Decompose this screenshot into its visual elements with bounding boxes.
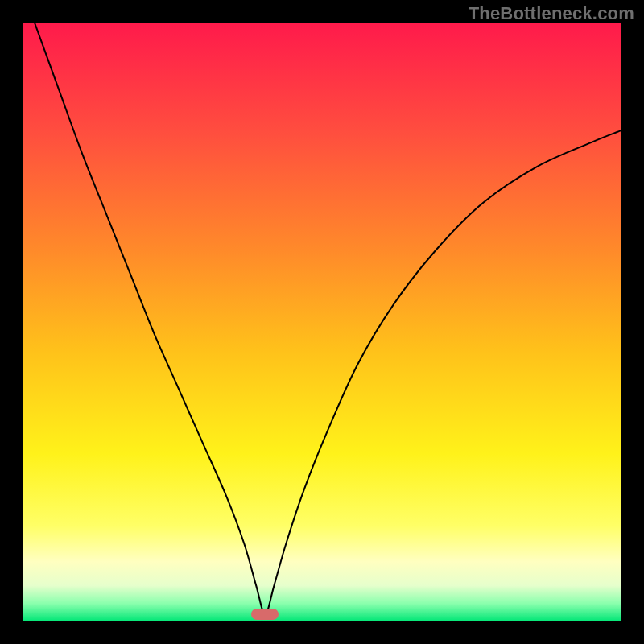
bottleneck-curve bbox=[23, 23, 621, 621]
plot-area bbox=[23, 23, 621, 621]
chart-frame: TheBottleneck.com bbox=[0, 0, 644, 644]
optimum-marker bbox=[251, 609, 279, 620]
attribution-text: TheBottleneck.com bbox=[469, 3, 634, 24]
